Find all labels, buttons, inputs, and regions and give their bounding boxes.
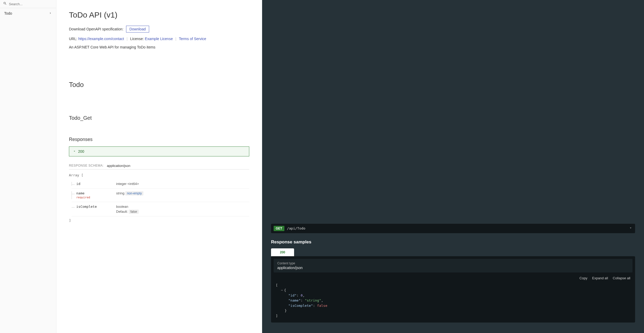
tag-heading: Todo bbox=[69, 81, 249, 89]
meta-line: URL: https://example.com/contact | Licen… bbox=[69, 37, 249, 41]
schema-prop-row[interactable]: name required string non-empty bbox=[72, 189, 249, 202]
tos-link[interactable]: Terms of Service bbox=[179, 37, 206, 41]
prop-name: isComplete bbox=[76, 205, 97, 209]
license-link[interactable]: Example License bbox=[145, 37, 173, 41]
constraint-badge: non-empty bbox=[125, 191, 143, 195]
content-type-label: Content type bbox=[277, 261, 629, 265]
responses-heading: Responses bbox=[69, 137, 249, 142]
response-samples-heading: Response samples bbox=[271, 239, 635, 245]
response-200-toggle[interactable]: 200 bbox=[69, 146, 249, 156]
content-panel: ToDo API (v1) Download OpenAPI specifica… bbox=[56, 0, 262, 333]
sidebar: Todo bbox=[0, 0, 56, 333]
collapse-toggle[interactable]: − bbox=[281, 288, 283, 292]
http-method-badge: GET bbox=[274, 226, 284, 231]
schema-prop-row[interactable]: id integer <int64> bbox=[72, 179, 249, 189]
prop-type: boolean bbox=[116, 205, 249, 209]
api-title: ToDo API (v1) bbox=[69, 10, 249, 19]
json-value: false bbox=[317, 304, 327, 308]
sidebar-item-label: Todo bbox=[4, 11, 12, 15]
json-sample: [ −{ "id": 0, "name": "string", "isCompl… bbox=[271, 283, 635, 319]
right-panel: GET /api/Todo Response samples 200 Conte… bbox=[262, 0, 644, 333]
contact-url-link[interactable]: https://example.com/contact bbox=[78, 37, 124, 41]
required-badge: required bbox=[76, 196, 116, 199]
search-input[interactable] bbox=[9, 2, 53, 6]
json-value: 0 bbox=[301, 293, 303, 297]
content-type-value: application/json bbox=[277, 266, 629, 270]
sidebar-item-todo[interactable]: Todo bbox=[0, 8, 56, 19]
prop-type: integer <int64> bbox=[116, 182, 249, 186]
chevron-right-icon bbox=[49, 11, 52, 15]
chevron-down-icon bbox=[73, 149, 76, 154]
array-close: ] bbox=[69, 219, 249, 222]
default-value: false bbox=[129, 210, 138, 214]
response-code: 200 bbox=[78, 149, 84, 154]
schema-header: RESPONSE SCHEMA: application/json bbox=[69, 164, 249, 170]
expand-all-button[interactable]: Expand all bbox=[592, 276, 608, 280]
schema-prop-row[interactable]: isComplete boolean Default: false bbox=[72, 202, 249, 216]
json-value: "string" bbox=[305, 298, 321, 302]
default-label: Default: bbox=[116, 210, 128, 214]
separator: | bbox=[175, 37, 176, 41]
prop-name: id bbox=[76, 182, 80, 186]
schema-label: RESPONSE SCHEMA: bbox=[69, 164, 104, 168]
search-icon bbox=[3, 2, 7, 6]
sample-actions: Copy Expand all Collapse all bbox=[271, 272, 635, 283]
json-key: "id" bbox=[288, 293, 296, 297]
download-label: Download OpenAPI specification: bbox=[69, 27, 123, 31]
array-open: Array [ bbox=[69, 173, 249, 177]
sample-tab-200[interactable]: 200 bbox=[271, 248, 294, 256]
endpoint-bar[interactable]: GET /api/Todo bbox=[271, 224, 635, 233]
collapse-all-button[interactable]: Collapse all bbox=[613, 276, 630, 280]
sample-box: Content type application/json Copy Expan… bbox=[271, 256, 635, 323]
schema-type: application/json bbox=[107, 164, 131, 168]
json-key: "name" bbox=[288, 298, 301, 302]
prop-name: name bbox=[76, 191, 84, 195]
chevron-down-icon bbox=[629, 226, 632, 231]
json-key: "isComplete" bbox=[288, 304, 313, 308]
schema-body: Array [ id integer <int64> name required bbox=[69, 173, 249, 222]
download-spec-line: Download OpenAPI specification: Download bbox=[69, 26, 249, 32]
license-label: License: bbox=[130, 37, 145, 41]
copy-button[interactable]: Copy bbox=[580, 276, 587, 280]
url-label: URL: bbox=[69, 37, 78, 41]
separator: | bbox=[127, 37, 128, 41]
search-wrap bbox=[0, 0, 56, 8]
prop-type: string bbox=[116, 191, 125, 195]
endpoint-path: /api/Todo bbox=[287, 226, 626, 230]
api-description: An ASP.NET Core Web API for managing ToD… bbox=[69, 45, 249, 49]
operation-heading: Todo_Get bbox=[69, 115, 249, 121]
content-type-header[interactable]: Content type application/json bbox=[274, 259, 632, 272]
download-button[interactable]: Download bbox=[126, 26, 149, 32]
